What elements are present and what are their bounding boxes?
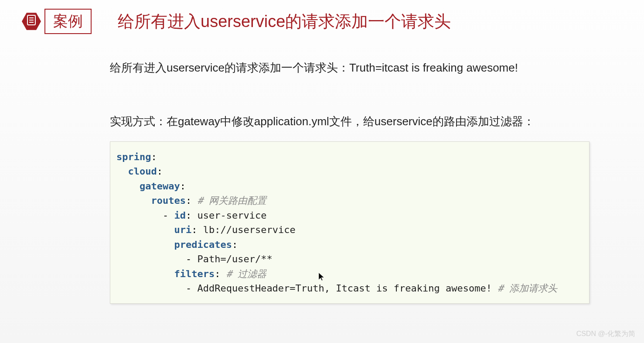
- yaml-key: gateway: [140, 181, 180, 192]
- yaml-key: filters: [174, 268, 215, 279]
- yaml-comment: # 添加请求头: [497, 283, 557, 294]
- watermark-text: CSDN @-化繁为简: [576, 329, 635, 339]
- yaml-value: Path=/user/**: [197, 254, 272, 264]
- yaml-key: routes: [151, 195, 185, 206]
- document-icon: [27, 14, 36, 29]
- subtitle-text: 给所有进入userservice的请求添加一个请求头：Truth=itcast …: [110, 60, 644, 75]
- case-icon: [22, 12, 41, 31]
- yaml-comment: # 网关路由配置: [197, 195, 266, 206]
- page-title: 给所有进入userservice的请求添加一个请求头: [118, 10, 451, 33]
- slide-header: 案例 给所有进入userservice的请求添加一个请求头: [0, 0, 644, 34]
- yaml-key: id: [174, 210, 186, 221]
- badge-label: 案例: [44, 9, 92, 34]
- yaml-key: uri: [174, 224, 191, 235]
- yaml-key: spring: [116, 151, 151, 162]
- yaml-key: predicates: [174, 239, 232, 250]
- yaml-comment: # 过滤器: [226, 268, 267, 279]
- yaml-value: user-service: [197, 210, 266, 221]
- yaml-value: lb://userservice: [203, 224, 296, 235]
- content-area: 给所有进入userservice的请求添加一个请求头：Truth=itcast …: [0, 60, 644, 304]
- yaml-key: cloud: [128, 166, 157, 177]
- implementation-text: 实现方式：在gateway中修改application.yml文件，给users…: [110, 114, 644, 129]
- yaml-code-block: spring: cloud: gateway: routes: # 网关路由配置…: [110, 141, 589, 304]
- yaml-value: AddRequestHeader=Truth, Itcast is freaki…: [197, 283, 492, 294]
